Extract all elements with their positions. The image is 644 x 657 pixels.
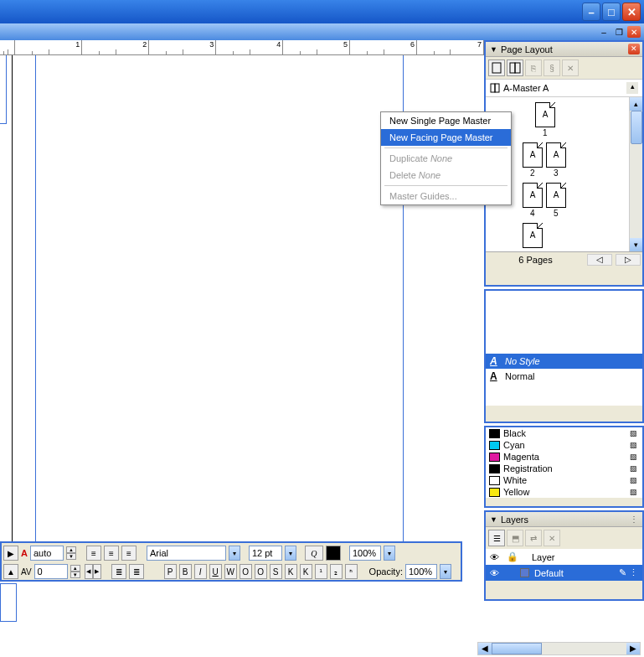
word-underline-button[interactable]: W: [224, 564, 237, 579]
align-left-button[interactable]: ≡: [86, 546, 101, 561]
style-no-style[interactable]: A No Style: [486, 354, 642, 369]
minimize-button[interactable]: –: [582, 3, 600, 21]
menu-new-facing-page-master[interactable]: New Facing Page Master: [381, 129, 511, 146]
color-swatch: [489, 441, 500, 450]
superscript-button[interactable]: ¹: [315, 564, 327, 579]
visibility-toggle[interactable]: 👁: [490, 568, 502, 578]
bold-button[interactable]: B: [179, 564, 192, 579]
opacity-input[interactable]: [405, 564, 437, 579]
layers-header[interactable]: ▼ Layers ⋮: [486, 512, 642, 527]
master-scroll-up[interactable]: ▴: [626, 82, 638, 94]
panel-close-button[interactable]: ✕: [628, 44, 640, 54]
page-thumbnail[interactable]: A: [523, 223, 543, 248]
page-layout-toolbar: ⎘ § ✕: [486, 57, 642, 79]
color-swatch: [489, 476, 500, 485]
margin-guide: [35, 55, 404, 546]
font-size-input[interactable]: [249, 546, 282, 561]
svg-rect-4: [495, 84, 499, 92]
text-direction-right-button[interactable]: ▶: [3, 546, 18, 561]
auto-leading-input[interactable]: [30, 546, 64, 561]
menu-new-single-page-master[interactable]: New Single Page Master: [381, 112, 511, 129]
page-thumbnail[interactable]: A: [546, 183, 566, 208]
menu-delete: Delete None: [381, 167, 511, 184]
style-p-button[interactable]: P: [164, 564, 177, 579]
italic-style-button[interactable]: Q: [305, 546, 323, 561]
superior-button[interactable]: ⁿ: [345, 564, 358, 579]
layer-default[interactable]: 👁 Default ✎ ⋮: [486, 565, 642, 581]
sub-close-button[interactable]: ✕: [627, 26, 641, 38]
new-layer-button[interactable]: ☰: [488, 530, 505, 546]
subscript-button[interactable]: ₂: [330, 564, 343, 579]
page-layout-header[interactable]: ▼ Page Layout ⋮: [486, 42, 642, 57]
font-family-input[interactable]: [147, 546, 226, 561]
allcaps-button[interactable]: K: [285, 564, 297, 579]
sub-restore-button[interactable]: ❐: [612, 26, 626, 38]
nudge-left-button[interactable]: ◀: [85, 564, 93, 579]
page-thumbnail[interactable]: A: [523, 183, 543, 208]
style-label: No Style: [505, 356, 540, 366]
smallcaps-button[interactable]: K: [300, 564, 312, 579]
color-swatch: [489, 453, 500, 462]
shadow-button[interactable]: O: [255, 564, 267, 579]
tracking-spinner[interactable]: ▲▼: [70, 565, 80, 578]
horizontal-ruler: 1 2 3 4 5 6 7: [0, 40, 484, 55]
styles-list[interactable]: A No Style A Normal: [486, 291, 642, 406]
page-scrollbar[interactable]: ▴ ▾: [629, 97, 642, 251]
tracking-input[interactable]: [34, 564, 68, 579]
page-number-label: 2: [530, 168, 535, 178]
master-list[interactable]: A-Master A ▴: [486, 79, 642, 97]
justify-last-button[interactable]: ≣: [129, 564, 144, 579]
close-button[interactable]: ✕: [622, 3, 641, 21]
scroll-thumb[interactable]: [492, 643, 542, 654]
edit-icon[interactable]: ✎ ⋮: [619, 567, 638, 578]
window-titlebar: – □ ✕: [0, 0, 644, 23]
property-bar: ▶ A ▲▼ ≡ ≡ ≡ ▾ ▾ Q ▾ ▲ AV ▲▼ ◀▶ ≣ ≣ P B …: [0, 541, 462, 582]
page-thumbnail[interactable]: A: [546, 142, 566, 168]
sub-minimize-button[interactable]: –: [597, 26, 611, 38]
horizontal-scale-input[interactable]: [349, 546, 381, 561]
align-right-button[interactable]: ≡: [121, 546, 137, 561]
colors-list[interactable]: Black▧Cyan▧Magenta▧Registration▧White▧Ye…: [486, 427, 642, 498]
panel-options-icon[interactable]: ⋮: [630, 515, 638, 524]
scroll-down-button[interactable]: ▾: [630, 238, 642, 251]
outline-button[interactable]: O: [240, 564, 252, 579]
leading-spinner[interactable]: ▲▼: [66, 546, 76, 560]
page-thumbnail[interactable]: A: [523, 142, 543, 168]
single-page-button[interactable]: [488, 59, 505, 76]
color-magenta[interactable]: Magenta▧: [486, 451, 642, 463]
scroll-up-button[interactable]: ▴: [630, 97, 642, 111]
next-spread-button[interactable]: ▷: [616, 254, 641, 266]
text-color-button[interactable]: [326, 546, 341, 561]
scroll-left-button[interactable]: ◀: [478, 643, 492, 654]
justify-button[interactable]: ≣: [111, 564, 126, 579]
italic-button[interactable]: I: [194, 564, 207, 579]
nudge-right-button[interactable]: ▶: [93, 564, 101, 579]
maximize-button[interactable]: □: [602, 3, 621, 21]
font-family-dropdown[interactable]: ▾: [229, 546, 240, 561]
color-swatch: [489, 429, 500, 438]
facing-page-button[interactable]: [507, 59, 523, 76]
horizontal-scale-dropdown[interactable]: ▾: [384, 546, 395, 561]
align-center-button[interactable]: ≡: [104, 546, 119, 561]
color-yellow[interactable]: Yellow▧: [486, 486, 642, 498]
scroll-right-button[interactable]: ▶: [626, 643, 640, 654]
layers-list[interactable]: 👁 🔒 Layer 👁 Default ✎ ⋮: [486, 549, 642, 581]
opacity-dropdown[interactable]: ▾: [440, 564, 451, 579]
style-normal[interactable]: A Normal: [486, 369, 642, 384]
underline-button[interactable]: U: [209, 564, 222, 579]
color-white[interactable]: White▧: [486, 474, 642, 486]
ruler-tick: 3: [149, 40, 216, 54]
font-size-dropdown[interactable]: ▾: [285, 546, 296, 561]
color-black[interactable]: Black▧: [486, 427, 642, 439]
text-direction-up-button[interactable]: ▲: [3, 564, 18, 579]
page-thumbnail[interactable]: A: [535, 102, 555, 127]
color-registration[interactable]: Registration▧: [486, 463, 642, 474]
scroll-thumb[interactable]: [631, 111, 642, 144]
strike-button[interactable]: S: [270, 564, 282, 579]
color-model-icon: ▧: [630, 488, 639, 497]
page-count: 6 Pages: [486, 255, 585, 265]
horizontal-scrollbar[interactable]: ◀ ▶: [477, 642, 641, 655]
color-cyan[interactable]: Cyan▧: [486, 439, 642, 451]
left-side-panel: [0, 583, 17, 622]
prev-spread-button[interactable]: ◁: [587, 254, 612, 266]
